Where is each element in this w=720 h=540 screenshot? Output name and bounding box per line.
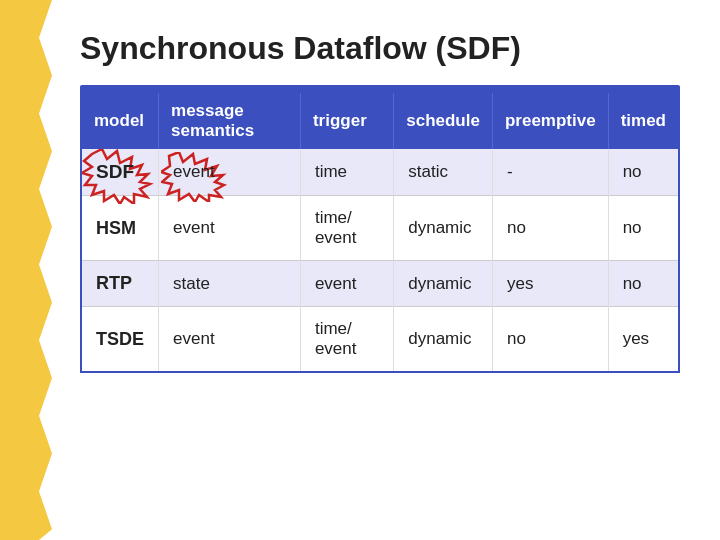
col-header-model: model — [82, 93, 159, 149]
comparison-table: model message semantics trigger schedule… — [82, 93, 678, 371]
table-row: HSM event time/ event dynamic no no — [82, 196, 678, 261]
cell-trigger-sdf: time — [300, 149, 393, 196]
cell-schedule-rtp: dynamic — [394, 261, 493, 307]
table-row: RTP state event dynamic yes no — [82, 261, 678, 307]
col-header-preemptive: preemptive — [492, 93, 608, 149]
cell-timed-rtp: no — [608, 261, 678, 307]
col-header-message: message semantics — [159, 93, 301, 149]
cell-preemptive-hsm: no — [492, 196, 608, 261]
table-row: TSDE event time/ event dynamic no yes — [82, 307, 678, 372]
cell-model-hsm: HSM — [82, 196, 159, 261]
cell-schedule-sdf: static — [394, 149, 493, 196]
cell-preemptive-tsde: no — [492, 307, 608, 372]
cell-trigger-hsm: time/ event — [300, 196, 393, 261]
cell-schedule-tsde: dynamic — [394, 307, 493, 372]
cell-timed-tsde: yes — [608, 307, 678, 372]
cell-model-tsde: TSDE — [82, 307, 159, 372]
cell-preemptive-rtp: yes — [492, 261, 608, 307]
page-title: Synchronous Dataflow (SDF) — [80, 30, 680, 67]
cell-trigger-tsde: time/ event — [300, 307, 393, 372]
cell-preemptive-sdf: - — [492, 149, 608, 196]
cell-semantics-rtp: state — [159, 261, 301, 307]
table-header-row: model message semantics trigger schedule… — [82, 93, 678, 149]
cell-schedule-hsm: dynamic — [394, 196, 493, 261]
cell-semantics-hsm: event — [159, 196, 301, 261]
col-header-trigger: trigger — [300, 93, 393, 149]
col-header-timed: timed — [608, 93, 678, 149]
main-table-wrapper: model message semantics trigger schedule… — [80, 93, 680, 373]
cell-timed-sdf: no — [608, 149, 678, 196]
table-header-bar — [80, 85, 680, 93]
cell-trigger-rtp: event — [300, 261, 393, 307]
col-header-schedule: schedule — [394, 93, 493, 149]
table-row: SDF event time static — [82, 149, 678, 196]
cell-model-sdf: SDF — [82, 149, 159, 196]
cell-semantics-sdf: event — [159, 149, 301, 196]
cell-semantics-tsde: event — [159, 307, 301, 372]
cell-model-rtp: RTP — [82, 261, 159, 307]
cell-timed-hsm: no — [608, 196, 678, 261]
